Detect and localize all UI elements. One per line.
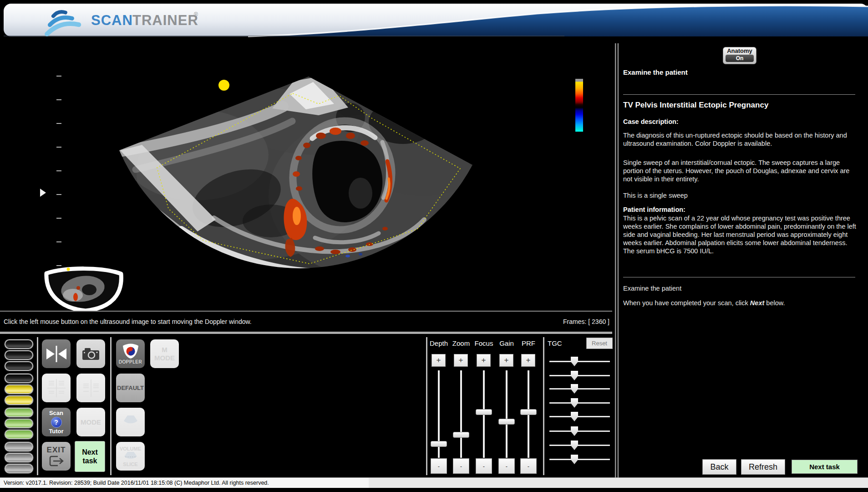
dual-report-icon (46, 378, 67, 399)
anatomy-toggle[interactable]: Anatomy On (723, 47, 756, 64)
zoom-plus-button[interactable]: + (454, 354, 468, 367)
frames-counter: Frames: [ 2360 ] (563, 318, 609, 325)
depth-plus-button[interactable]: + (431, 354, 446, 367)
dual-report-button[interactable] (42, 374, 71, 402)
tgc-slider-track[interactable] (549, 402, 610, 404)
case-title: TV Pelvis Interstitial Ectopic Pregnancy (623, 101, 768, 110)
mode-button[interactable]: MODE (76, 408, 105, 436)
default-button-label: DEFAULT (117, 384, 144, 391)
mode-button-label: MODE (81, 418, 101, 426)
flip-horizontal-icon (44, 345, 69, 363)
led-indicator (5, 361, 33, 371)
depth-slider-thumb[interactable] (431, 441, 447, 447)
tgc-slider-track[interactable] (549, 375, 610, 376)
led-indicator-neutral (5, 453, 33, 462)
next-hint-bold: Next (750, 299, 764, 307)
scan-tutor-label-bottom: Tutor (49, 428, 63, 435)
question-icon: ? (51, 417, 62, 428)
exit-icon (49, 455, 64, 467)
tgc-slider-track[interactable] (549, 445, 610, 446)
prf-minus-button[interactable]: - (520, 458, 537, 474)
scan-tutor-button[interactable]: Scan ? Tutor (42, 408, 71, 436)
volume-slice-icon (122, 451, 140, 461)
tgc-slider-thumb[interactable] (571, 412, 578, 421)
tgc-slider-thumb[interactable] (571, 455, 578, 464)
tgc-slider-thumb[interactable] (571, 441, 578, 450)
panel-separator (543, 337, 544, 475)
focus-arrow-icon[interactable] (40, 189, 46, 197)
version-text: Version: v2017.1. Revision: 28539; Build… (4, 480, 269, 486)
zoom-slider-thumb[interactable] (453, 432, 469, 438)
focus-minus-button[interactable]: - (476, 458, 492, 474)
task-instruction: Examine the patient (623, 284, 858, 292)
led-indicator (5, 339, 33, 349)
tgc-slider-thumb[interactable] (571, 384, 578, 394)
tgc-slider-track[interactable] (549, 361, 610, 362)
patient-info-label: Patient information: (623, 206, 685, 213)
next-hint-pre: When you have completed your scan, click (623, 299, 750, 307)
control-panel: DOPPLER M MODE DEFAULT (0, 334, 612, 477)
status-message: Click the left mouse button on the ultra… (4, 318, 252, 325)
tgc-slider-thumb[interactable] (571, 357, 578, 366)
default-button[interactable]: DEFAULT (116, 374, 145, 402)
tgc-slider-track[interactable] (549, 459, 610, 460)
gain-plus-button[interactable]: + (499, 354, 513, 367)
m-mode-button[interactable]: M MODE (150, 339, 179, 368)
led-indicator (5, 374, 33, 383)
registered-mark: ® (194, 11, 198, 18)
next-task-panel-label-1: Next (82, 448, 98, 456)
slider-label-prf: PRF (514, 339, 543, 347)
doppler-button-label: DOPPLER (119, 359, 142, 364)
panel-separator-line (623, 277, 855, 277)
focus-slider-thumb[interactable] (476, 409, 492, 415)
snapshot-button[interactable] (76, 339, 105, 368)
next-task-panel-button[interactable]: Next task (75, 441, 105, 472)
probe-icon (121, 415, 141, 430)
doppler-color-scale (575, 79, 583, 132)
led-indicator-green (5, 408, 33, 417)
probe-button[interactable] (116, 408, 145, 436)
tgc-slider-thumb[interactable] (571, 398, 578, 408)
volume-slice-label-1: VOLUME (120, 446, 141, 451)
scan-tutor-label-top: Scan (49, 410, 63, 416)
gain-minus-button[interactable]: - (498, 458, 515, 474)
panel-separator (110, 337, 112, 475)
m-mode-label-1: M (162, 346, 168, 354)
header-banner: SCAN TRAINER ® (0, 0, 868, 43)
tgc-slider-track[interactable] (549, 416, 610, 417)
version-bar: Version: v2017.1. Revision: 28539; Build… (0, 477, 868, 488)
zoom-minus-button[interactable]: - (453, 458, 469, 474)
tgc-reset-button[interactable]: Reset (586, 338, 613, 349)
prf-slider-thumb[interactable] (520, 409, 537, 415)
flip-image-button[interactable] (42, 339, 71, 368)
camera-icon (81, 347, 101, 361)
gain-slider-thumb[interactable] (498, 419, 515, 425)
exit-button[interactable]: EXIT (42, 442, 71, 471)
gain-slider-track[interactable] (506, 370, 508, 458)
doppler-button[interactable]: DOPPLER (116, 339, 145, 368)
scantrainer-app: SCAN TRAINER ® TV Pelvis Interstitial Ec… (0, 0, 868, 492)
panel-separator-line (623, 94, 855, 95)
panel-heading: Examine the patient (623, 68, 688, 76)
anatomy-toggle-state[interactable]: On (726, 55, 754, 62)
probe-orientation-thumbnail (46, 268, 121, 311)
tgc-slider-thumb[interactable] (571, 371, 578, 380)
ultrasound-tissue (120, 73, 492, 278)
zoom-slider-track[interactable] (460, 370, 462, 458)
next-task-button[interactable]: Next task (792, 460, 858, 474)
tgc-slider-track[interactable] (549, 388, 610, 390)
single-report-button[interactable] (76, 374, 105, 402)
next-task-panel-label-2: task (82, 456, 97, 465)
case-paragraph-2: Single sweep of an interstitial/cornual … (623, 159, 858, 183)
depth-minus-button[interactable]: - (431, 458, 447, 474)
tgc-slider-thumb[interactable] (571, 426, 578, 436)
ultrasound-image[interactable] (0, 43, 612, 311)
back-button[interactable]: Back (702, 459, 736, 475)
exit-button-label: EXIT (47, 446, 66, 455)
prf-plus-button[interactable]: + (521, 354, 535, 367)
volume-slice-button[interactable]: VOLUME SLICE (116, 442, 145, 471)
tgc-slider-track[interactable] (549, 430, 610, 432)
focus-plus-button[interactable]: + (477, 354, 491, 367)
status-bar: Click the left mouse button on the ultra… (0, 311, 612, 334)
refresh-button[interactable]: Refresh (741, 459, 785, 475)
